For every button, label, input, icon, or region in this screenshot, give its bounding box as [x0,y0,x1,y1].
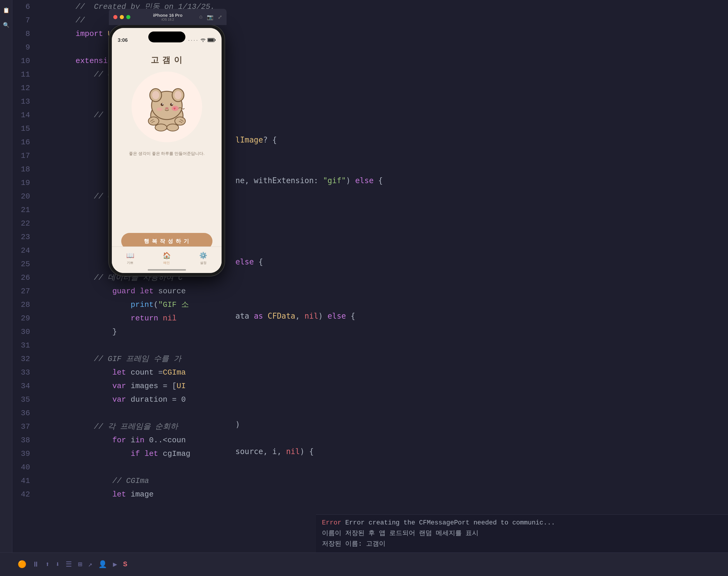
svg-point-10 [170,103,173,106]
right-code-snippet-1: lImage? { [235,136,277,144]
code-line-42: 42 let image [12,488,728,501]
code-line-39: 39 if let cgImag [12,447,728,461]
bottom-toolbar: 🟠 ⏸ ⬆ ⬇ ☰ ⊞ ↗ 👤 ▶ S [0,552,728,576]
toolbar-icon-share[interactable]: ↗ [88,560,92,569]
toolbar-icon-down[interactable]: ⬇ [55,560,59,569]
sidebar-icon-2[interactable]: 🔍 [2,21,10,29]
tab-settings-icon: ⚙️ [199,252,207,259]
svg-point-17 [148,117,159,125]
svg-point-6 [152,91,159,99]
app-title: 고 갬 이 [151,55,183,66]
status-icons: ···· [188,38,216,43]
code-line-31: 31 [12,339,728,352]
svg-point-19 [155,124,167,131]
simulator-toolbar: iPhone 16 Pro iOS 18.2 ⌂ 📷 ⤢ [109,9,226,25]
code-line-35: 35 var duration = 0 [12,393,728,406]
screenshot-button[interactable]: 📷 [207,14,213,20]
svg-point-18 [175,117,185,125]
console-line-3: 저장된 이름: 고갬이 [322,539,722,549]
svg-text:♥: ♥ [173,106,176,111]
dynamic-island [148,31,185,42]
right-code-snippet-3: else { [235,257,263,266]
right-code-snippet-6: source, i, nil) { [235,447,314,456]
simulator-buttons: ⌂ 📷 ⤢ [199,14,222,20]
toolbar-icon-user[interactable]: 👤 [98,560,107,569]
toolbar-icon-grid[interactable]: ⊞ [78,560,82,569]
svg-point-14 [156,108,162,111]
code-line-37: 37 // 각 프레임을 순회하 [12,420,728,433]
code-line-40: 40 [12,461,728,474]
svg-rect-2 [208,39,214,41]
traffic-lights [113,15,130,19]
tab-item-records[interactable]: 📖 기쁘 [126,252,134,265]
toolbar-icon-list[interactable]: ☰ [66,560,72,569]
tab-item-settings[interactable]: ⚙️ 설정 [199,252,207,265]
toolbar-icon-up[interactable]: ⬆ [45,560,50,569]
home-indicator [148,269,186,270]
tab-records-label: 기쁘 [127,261,133,265]
code-line-34: 34 var images = [ UI [12,379,728,393]
signal-dots-icon: ···· [188,38,199,43]
console-line-2: 이름이 저장된 후 앱 로드되어 랜덤 메세지를 표시 [322,528,722,539]
code-line-29: 29 return nil [12,312,728,325]
simulator-title: iPhone 16 Pro iOS 18.2 [136,13,199,21]
code-line-38: 38 for i in 0..<coun [12,433,728,447]
right-code-snippet-4: ata as CFData, nil) else { [235,312,355,320]
tab-home-icon: 🏠 [163,252,171,259]
home-button[interactable]: ⌂ [199,14,203,20]
error-console: Error Error creating the CFMessagePort n… [316,514,728,552]
toolbar-icon-play[interactable]: ▶ [113,560,117,569]
toolbar-icon-orange[interactable]: 🟠 [18,560,27,569]
code-line-33: 33 let count = CGIma [12,366,728,379]
battery-icon [208,38,216,43]
wifi-icon [201,38,206,43]
app-content: 고 갬 이 [112,28,221,273]
traffic-light-green[interactable] [126,15,130,19]
code-line-36: 36 [12,406,728,420]
toolbar-icon-pause[interactable]: ⏸ [32,560,39,569]
tab-settings-label: 설정 [200,261,207,265]
toolbar-icon-s[interactable]: S [123,560,127,568]
svg-point-12 [172,103,173,105]
svg-point-8 [175,91,182,99]
traffic-light-yellow[interactable] [120,15,124,19]
svg-point-20 [167,124,179,131]
iphone-device: 3:06 ···· 고 갬 이 [109,25,224,276]
tab-item-home[interactable]: 🏠 메인 [163,252,171,265]
tab-records-icon: 📖 [126,252,134,259]
traffic-light-red[interactable] [113,15,117,19]
sidebar-icon-1[interactable]: 📋 [2,6,10,15]
tab-home-label: 메인 [163,261,170,265]
mascot-area: ♥ [131,71,202,142]
code-line-27: 27 guard let source [12,285,728,298]
code-line-41: 41 // CGIma [12,474,728,488]
svg-point-11 [162,103,163,105]
app-subtitle: 좋은 생각이 좋은 하루를 만들어준답니다. [129,151,205,156]
svg-point-9 [161,103,163,106]
right-code-snippet-2: ne, withExtension: "gif") else { [235,176,383,185]
code-line-32: 32 // GIF 프레임 수를 가 [12,352,728,366]
simulator-title-sub: iOS 18.2 [136,18,199,21]
sidebar-panel: 📋 🔍 [0,0,12,576]
svg-point-13 [165,107,169,110]
code-line-30: 30 } [12,325,728,339]
right-code-snippet-5: ) [235,420,240,429]
mascot-svg: ♥ [138,78,196,136]
rotate-button[interactable]: ⤢ [218,14,222,20]
error-line-1: Error Error creating the CFMessagePort n… [322,518,722,528]
svg-rect-1 [215,39,216,41]
simulator-title-main: iPhone 16 Pro [136,13,199,18]
status-time: 3:06 [118,37,128,43]
code-line-28: 28 print ( "GIF 소 [12,298,728,312]
